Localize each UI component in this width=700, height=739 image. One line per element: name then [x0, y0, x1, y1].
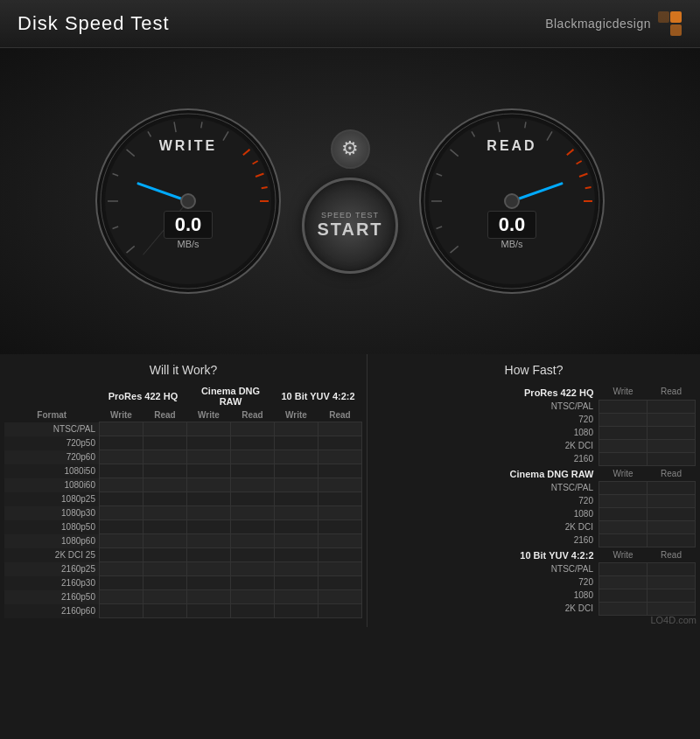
left-panel: Will it Work? ProRes 422 HQ Cinema DNG R… — [0, 354, 368, 627]
data-cell — [231, 576, 275, 590]
cdng-read-header: Read — [231, 408, 275, 422]
data-cell — [144, 548, 187, 562]
list-item: 720 — [372, 494, 696, 507]
format-sub-header: Format — [4, 408, 100, 422]
data-cell — [318, 492, 362, 506]
write-cell — [599, 481, 648, 494]
write-col-header: Write — [599, 384, 648, 400]
list-item: 1080 — [372, 589, 696, 602]
read-cell — [648, 533, 696, 547]
data-cell — [275, 604, 318, 618]
data-cell — [231, 464, 275, 478]
data-cell — [318, 576, 362, 590]
data-cell — [318, 590, 362, 604]
data-cell — [144, 464, 187, 478]
data-cell — [100, 422, 144, 436]
row-label: 2K DCI — [372, 520, 599, 533]
data-cell — [187, 604, 231, 618]
format-cell: 720p60 — [4, 450, 100, 464]
data-cell — [187, 422, 231, 436]
data-cell — [318, 450, 362, 464]
write-cell — [599, 520, 648, 533]
data-cell — [231, 506, 275, 520]
data-cell — [144, 576, 187, 590]
data-cell — [187, 506, 231, 520]
write-cell — [599, 439, 648, 452]
write-gauge-label: WRITE — [92, 138, 284, 154]
gear-icon[interactable]: ⚙ — [331, 129, 370, 169]
read-col-header: Read — [648, 547, 696, 562]
data-cell — [100, 464, 144, 478]
row-label: 720 — [372, 575, 599, 589]
gauges-section: WRITE 0.0 MB/s ⚙ SPEED TEST START — [0, 48, 700, 354]
write-col-header: Write — [599, 465, 648, 481]
format-cell: 2160p30 — [4, 576, 100, 590]
data-cell — [144, 590, 187, 604]
data-cell — [275, 492, 318, 506]
data-cell — [100, 590, 144, 604]
svg-line-9 — [262, 187, 268, 188]
read-cell — [648, 481, 696, 494]
svg-line-28 — [585, 187, 592, 188]
list-item: 720 — [372, 413, 696, 426]
svg-point-40 — [505, 194, 519, 208]
data-cell — [318, 548, 362, 562]
prores-read-header: Read — [144, 408, 187, 422]
list-item: 2K DCI — [372, 439, 696, 452]
list-item: 2160 — [372, 533, 696, 547]
list-item: 1080 — [372, 507, 696, 520]
start-button[interactable]: SPEED TEST START — [302, 178, 398, 274]
data-cell — [318, 562, 362, 576]
read-cell — [648, 400, 696, 413]
table-row: 1080p25 — [4, 492, 362, 506]
read-gauge-container: READ 0.0 MB/s — [416, 105, 608, 297]
format-cell: 2160p50 — [4, 590, 100, 604]
list-item: 2160 — [372, 452, 696, 465]
data-cell — [275, 576, 318, 590]
data-cell — [318, 520, 362, 534]
format-cell: 1080p60 — [4, 534, 100, 548]
data-cell — [100, 436, 144, 450]
data-cell — [100, 562, 144, 576]
cinema-dng-header: Cinema DNG RAW — [187, 384, 275, 408]
read-cell — [648, 452, 696, 465]
format-cell: 720p50 — [4, 436, 100, 450]
data-cell — [275, 436, 318, 450]
brand-name: Blackmagicdesign — [545, 17, 651, 31]
data-cell — [100, 604, 144, 618]
write-gauge-value: 0.0 MB/s — [92, 211, 284, 249]
format-header — [4, 384, 100, 408]
data-cell — [318, 436, 362, 450]
data-cell — [187, 450, 231, 464]
row-label: 1080 — [372, 426, 599, 439]
format-cell: 2K DCI 25 — [4, 548, 100, 562]
data-cell — [275, 422, 318, 436]
read-cell — [648, 589, 696, 602]
write-gauge: WRITE 0.0 MB/s — [92, 105, 284, 297]
write-cell — [599, 400, 648, 413]
data-cell — [231, 562, 275, 576]
brand-icon — [658, 11, 682, 36]
prores-header: ProRes 422 HQ — [100, 384, 187, 408]
read-col-header: Read — [648, 465, 696, 481]
data-cell — [318, 604, 362, 618]
data-cell — [144, 478, 187, 492]
data-cell — [275, 562, 318, 576]
read-col-header: Read — [648, 384, 696, 400]
write-cell — [599, 602, 648, 615]
data-cell — [275, 520, 318, 534]
center-controls: ⚙ SPEED TEST START — [302, 129, 398, 274]
prores-write-header: Write — [100, 408, 144, 422]
section-header-row: 10 Bit YUV 4:2:2 Write Read — [372, 547, 696, 562]
data-cell — [231, 450, 275, 464]
data-cell — [187, 576, 231, 590]
row-label: 1080 — [372, 589, 599, 602]
data-cell — [231, 534, 275, 548]
list-item: NTSC/PAL — [372, 400, 696, 413]
row-label: NTSC/PAL — [372, 481, 599, 494]
list-item: 2K DCI — [372, 520, 696, 533]
write-value-number: 0.0 — [175, 213, 202, 235]
data-cell — [187, 520, 231, 534]
data-cell — [144, 534, 187, 548]
table-row: 1080i50 — [4, 464, 362, 478]
